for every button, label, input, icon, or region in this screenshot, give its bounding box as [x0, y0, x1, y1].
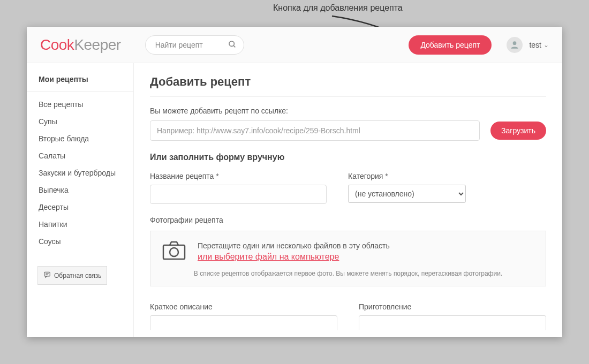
name-category-row: Название рецепта * Категория * (не устан… — [150, 172, 546, 204]
body: Мои рецепты Все рецепты Супы Вторые блюд… — [27, 63, 562, 337]
short-description-label: Краткое описание — [150, 302, 337, 311]
sidebar-item-soups[interactable]: Супы — [27, 113, 133, 130]
sidebar-title: Мои рецепты — [27, 75, 133, 92]
sidebar-item-appetizers[interactable]: Закуски и бутерброды — [27, 164, 133, 181]
recipe-name-input[interactable] — [150, 185, 327, 204]
chevron-down-icon: ⌄ — [543, 41, 549, 49]
photo-dropzone[interactable]: Перетащите один или несколько файлов в э… — [150, 231, 546, 286]
add-recipe-button[interactable]: Добавить рецепт — [409, 35, 492, 55]
main-content: Добавить рецепт Вы можете добавить рецеп… — [134, 63, 562, 337]
photos-label: Фотографии рецепта — [150, 216, 546, 224]
dropzone-choose-link[interactable]: или выберите файл на компьютере — [198, 252, 390, 262]
sidebar-item-desserts[interactable]: Десерты — [27, 199, 133, 216]
logo-part2: Keeper — [74, 36, 120, 53]
recipe-url-input[interactable] — [150, 120, 480, 141]
recipe-name-label: Название рецепта * — [150, 172, 327, 180]
sidebar-item-sauces[interactable]: Соусы — [27, 233, 133, 250]
category-select[interactable]: (не установлено) — [348, 185, 466, 203]
logo[interactable]: CookKeeper — [40, 36, 121, 54]
svg-point-0 — [229, 41, 234, 46]
short-description-textarea[interactable] — [150, 315, 337, 330]
manual-form-heading: Или заполнить форму вручную — [150, 153, 546, 162]
sidebar-item-drinks[interactable]: Напитки — [27, 216, 133, 233]
topbar: CookKeeper Добавить рецепт test ⌄ — [27, 27, 562, 63]
svg-line-1 — [233, 46, 235, 47]
logo-part1: Cook — [40, 36, 74, 53]
sidebar-item-main-courses[interactable]: Вторые блюда — [27, 130, 133, 147]
svg-point-2 — [513, 41, 517, 45]
user-menu[interactable]: test ⌄ — [507, 37, 549, 53]
load-button[interactable]: Загрузить — [490, 122, 546, 140]
user-name: test — [529, 41, 541, 49]
svg-rect-3 — [44, 272, 50, 276]
search-icon[interactable] — [228, 40, 237, 51]
search-wrap — [145, 35, 244, 55]
sidebar-item-baking[interactable]: Выпечка — [27, 181, 133, 199]
annotation-add-button: Кнопка для добавления рецепта — [273, 3, 403, 13]
preparation-textarea[interactable] — [359, 315, 546, 330]
url-row: Загрузить — [150, 120, 546, 141]
sidebar-item-salads[interactable]: Салаты — [27, 147, 133, 164]
feedback-label: Обратная связь — [54, 272, 101, 279]
sidebar-item-all[interactable]: Все рецепты — [27, 96, 133, 113]
app-window: CookKeeper Добавить рецепт test ⌄ Мои ре… — [27, 27, 562, 337]
camera-icon — [162, 241, 186, 262]
description-row: Краткое описание Приготовление — [150, 302, 546, 330]
chat-icon — [43, 271, 51, 280]
page-title: Добавить рецепт — [150, 75, 546, 97]
avatar-icon — [507, 37, 523, 53]
dropzone-drag-text: Перетащите один или несколько файлов в э… — [198, 241, 390, 250]
feedback-button[interactable]: Обратная связь — [37, 266, 107, 285]
url-instruction: Вы можете добавить рецепт по ссылке: — [150, 107, 546, 115]
preparation-label: Приготовление — [359, 302, 546, 311]
svg-point-7 — [170, 248, 178, 256]
dropzone-hint: В списке рецептов отображается первое фо… — [162, 270, 534, 277]
sidebar: Мои рецепты Все рецепты Супы Вторые блюд… — [27, 63, 134, 337]
category-label: Категория * — [348, 172, 546, 180]
